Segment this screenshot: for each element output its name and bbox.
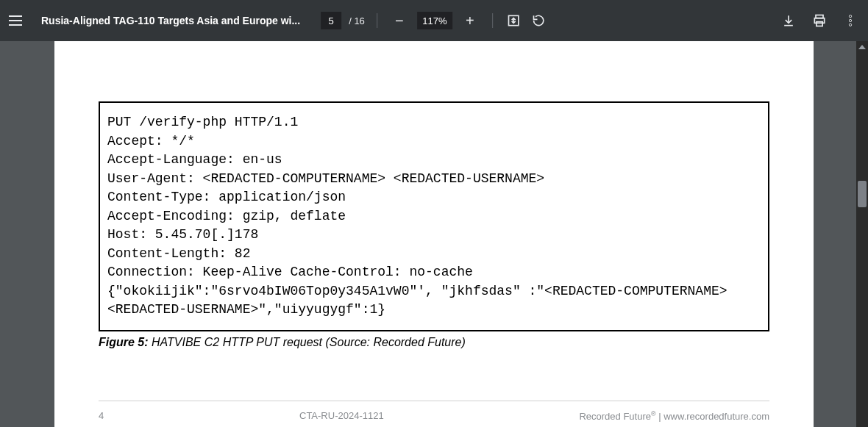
rotate-icon[interactable] — [530, 12, 547, 29]
zoom-out-button[interactable]: − — [389, 10, 410, 31]
footer-sep: | — [656, 411, 664, 422]
zoom-in-button[interactable]: + — [460, 10, 480, 31]
svg-point-8 — [849, 19, 851, 21]
toolbar-center: / 16 − 117% + — [321, 10, 547, 31]
more-icon[interactable] — [842, 12, 859, 29]
vertical-scrollbar[interactable] — [856, 41, 868, 427]
footer-doc-id: CTA-RU-2024-1121 — [299, 410, 384, 422]
pdf-toolbar: Rusia-Aligned TAG-110 Targets Asia and E… — [0, 0, 868, 41]
pdf-page: PUT /verify-php HTTP/1.1 Accept: */* Acc… — [54, 41, 814, 427]
menu-icon[interactable] — [9, 12, 26, 29]
page-footer: 4 CTA-RU-2024-1121 Recorded Future® | ww… — [99, 401, 769, 422]
pdf-viewport: PUT /verify-php HTTP/1.1 Accept: */* Acc… — [0, 41, 868, 427]
separator — [492, 13, 493, 28]
caption-label: Figure 5: — [99, 336, 149, 348]
footer-url: www.recordedfuture.com — [664, 411, 769, 422]
svg-point-9 — [849, 24, 851, 26]
download-icon[interactable] — [780, 12, 797, 29]
footer-brand: Recorded Future® | www.recordedfuture.co… — [579, 410, 769, 422]
document-title: Rusia-Aligned TAG-110 Targets Asia and E… — [41, 15, 300, 26]
caption-text: HATVIBE C2 HTTP PUT request (Source: Rec… — [149, 336, 466, 348]
separator — [377, 13, 377, 28]
scroll-thumb[interactable] — [858, 181, 867, 207]
toolbar-right — [780, 12, 859, 29]
print-icon[interactable] — [811, 12, 828, 29]
footer-page-number: 4 — [99, 410, 104, 422]
footer-brand-name: Recorded Future — [579, 411, 651, 422]
svg-point-7 — [849, 15, 851, 18]
figure-caption: Figure 5: HATVIBE C2 HTTP PUT request (S… — [99, 336, 769, 349]
page-number-input[interactable] — [321, 12, 341, 29]
fit-page-icon[interactable] — [505, 12, 522, 29]
zoom-level[interactable]: 117% — [417, 12, 452, 29]
page-total: / 16 — [349, 15, 365, 26]
scroll-up-button[interactable] — [856, 41, 868, 53]
code-block: PUT /verify-php HTTP/1.1 Accept: */* Acc… — [99, 101, 769, 331]
